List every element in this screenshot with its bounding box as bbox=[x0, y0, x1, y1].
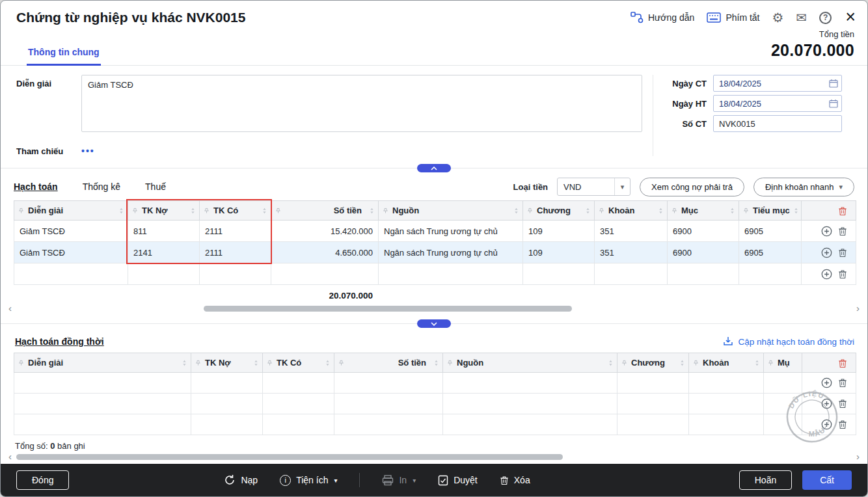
cell-khoan[interactable]: 351 bbox=[595, 221, 668, 242]
delete-row-icon[interactable] bbox=[838, 420, 847, 429]
accounting-row-2[interactable]: Giảm TSCĐ 2141 2111 4.650.000 Ngân sách … bbox=[14, 242, 856, 263]
calendar-icon[interactable] bbox=[829, 79, 838, 88]
cell-empty[interactable] bbox=[668, 263, 739, 285]
settings-icon[interactable]: ⚙ bbox=[772, 11, 784, 24]
cell-amount[interactable]: 4.650.000 bbox=[271, 242, 379, 263]
close-icon[interactable]: × bbox=[845, 10, 856, 25]
cell-empty[interactable] bbox=[200, 263, 271, 285]
cell-empty[interactable] bbox=[523, 263, 595, 285]
cell-empty[interactable] bbox=[128, 263, 200, 285]
add-row-icon[interactable] bbox=[821, 377, 832, 388]
col-so-tien[interactable]: Số tiền bbox=[334, 353, 443, 373]
cell-empty[interactable] bbox=[764, 394, 802, 414]
close-button[interactable]: Đóng bbox=[16, 470, 69, 490]
simultaneous-row-empty[interactable] bbox=[14, 414, 856, 435]
tab-thong-ke[interactable]: Thống kê bbox=[83, 181, 120, 192]
simultaneous-h-scrollbar[interactable]: ‹ › bbox=[16, 453, 852, 461]
delete-row-icon[interactable] bbox=[838, 226, 847, 236]
cell-empty[interactable] bbox=[739, 263, 802, 285]
col-delete-all[interactable] bbox=[802, 353, 856, 373]
calendar-icon[interactable] bbox=[829, 99, 838, 108]
col-chuong[interactable]: Chương bbox=[617, 353, 689, 373]
delete-row-icon[interactable] bbox=[838, 269, 847, 279]
col-chuong[interactable]: Chương bbox=[523, 201, 595, 221]
tab-general-info[interactable]: Thông tin chung bbox=[27, 47, 101, 66]
cell-empty[interactable] bbox=[443, 414, 617, 435]
delete-row-icon[interactable] bbox=[838, 248, 847, 258]
delete-row-icon[interactable] bbox=[838, 378, 847, 388]
guide-button[interactable]: Hướng dẫn bbox=[631, 12, 694, 23]
cell-tieu-muc[interactable]: 6905 bbox=[739, 242, 802, 263]
feedback-mail-icon[interactable]: ✉ bbox=[796, 11, 807, 24]
reload-button[interactable]: Nạp bbox=[224, 474, 258, 486]
cell-empty[interactable] bbox=[334, 414, 443, 435]
utilities-button[interactable]: i Tiện ích ▾ bbox=[280, 475, 337, 486]
cell-empty[interactable] bbox=[764, 414, 802, 435]
cell-amount[interactable]: 15.420.000 bbox=[271, 221, 379, 242]
cell-tk-no[interactable]: 811 bbox=[128, 221, 200, 242]
add-row-icon[interactable] bbox=[821, 398, 832, 409]
simultaneous-row-empty[interactable] bbox=[14, 373, 856, 394]
cell-empty[interactable] bbox=[595, 263, 668, 285]
col-dien-giai[interactable]: Diễn giải bbox=[14, 353, 191, 373]
cell-empty[interactable] bbox=[617, 394, 689, 414]
accounting-row-empty[interactable] bbox=[14, 263, 856, 285]
cell-muc[interactable]: 6900 bbox=[668, 221, 739, 242]
scroll-right-icon[interactable]: › bbox=[856, 451, 860, 461]
cell-desc[interactable]: Giảm TSCĐ bbox=[14, 242, 128, 263]
cell-muc[interactable]: 6900 bbox=[668, 242, 739, 263]
tab-thue[interactable]: Thuế bbox=[145, 181, 166, 192]
collapse-up-button[interactable] bbox=[417, 164, 451, 172]
scroll-left-icon[interactable]: ‹ bbox=[8, 451, 12, 461]
cell-source[interactable]: Ngân sách Trung ương tự chủ bbox=[379, 242, 523, 263]
col-nguon[interactable]: Nguồn bbox=[443, 353, 617, 373]
col-tk-no[interactable]: TK Nợ bbox=[191, 353, 263, 373]
tab-hach-toan[interactable]: Hạch toán bbox=[14, 181, 58, 192]
delete-button[interactable]: Xóa bbox=[500, 475, 530, 485]
cell-empty[interactable] bbox=[191, 414, 263, 435]
add-row-icon[interactable] bbox=[821, 269, 832, 280]
description-input[interactable]: Giảm TSCĐ bbox=[81, 75, 642, 132]
delete-all-icon[interactable] bbox=[838, 358, 847, 368]
cell-empty[interactable] bbox=[263, 414, 334, 435]
cell-empty[interactable] bbox=[14, 414, 191, 435]
cell-empty[interactable] bbox=[689, 373, 764, 394]
quick-posting-button[interactable]: Định khoản nhanh ▾ bbox=[753, 178, 854, 196]
cell-khoan[interactable]: 351 bbox=[595, 242, 668, 263]
help-icon[interactable]: ? bbox=[819, 12, 832, 24]
add-row-icon[interactable] bbox=[821, 419, 832, 430]
col-khoan[interactable]: Khoản bbox=[595, 201, 668, 221]
save-button[interactable]: Cất bbox=[802, 470, 852, 490]
col-tk-co[interactable]: TK Có bbox=[263, 353, 334, 373]
cell-empty[interactable] bbox=[191, 373, 263, 394]
col-dien-giai[interactable]: Diễn giải bbox=[14, 201, 128, 221]
delete-all-icon[interactable] bbox=[838, 206, 847, 216]
delete-row-icon[interactable] bbox=[838, 399, 847, 409]
col-tk-co[interactable]: TK Có bbox=[200, 201, 271, 221]
shortcuts-button[interactable]: Phím tắt bbox=[707, 12, 759, 23]
cell-empty[interactable] bbox=[263, 394, 334, 414]
col-delete-all[interactable] bbox=[802, 201, 856, 221]
add-row-icon[interactable] bbox=[821, 247, 832, 258]
view-debt-button[interactable]: Xem công nợ phải trả bbox=[640, 178, 744, 196]
approve-button[interactable]: Duyệt bbox=[438, 475, 478, 486]
simultaneous-title[interactable]: Hạch toán đồng thời bbox=[15, 336, 104, 347]
simultaneous-row-empty[interactable] bbox=[14, 394, 856, 414]
cell-empty[interactable] bbox=[263, 373, 334, 394]
scrollbar-thumb[interactable] bbox=[204, 306, 572, 312]
cell-chuong[interactable]: 109 bbox=[523, 242, 595, 263]
cell-chuong[interactable]: 109 bbox=[523, 221, 595, 242]
accounting-row-1[interactable]: Giảm TSCĐ 811 2111 15.420.000 Ngân sách … bbox=[14, 221, 856, 242]
col-muc[interactable]: Mục bbox=[668, 201, 739, 221]
cell-empty[interactable] bbox=[764, 373, 802, 394]
accounting-h-scrollbar[interactable]: ‹ › bbox=[16, 305, 852, 313]
currency-select[interactable]: VND ▾ bbox=[557, 178, 631, 196]
cell-empty[interactable] bbox=[14, 373, 191, 394]
add-row-icon[interactable] bbox=[821, 226, 832, 237]
postpone-button[interactable]: Hoãn bbox=[739, 470, 792, 490]
cell-empty[interactable] bbox=[443, 394, 617, 414]
cell-empty[interactable] bbox=[689, 394, 764, 414]
cell-empty[interactable] bbox=[379, 263, 523, 285]
doc-number-input[interactable] bbox=[713, 115, 842, 132]
cell-empty[interactable] bbox=[271, 263, 379, 285]
